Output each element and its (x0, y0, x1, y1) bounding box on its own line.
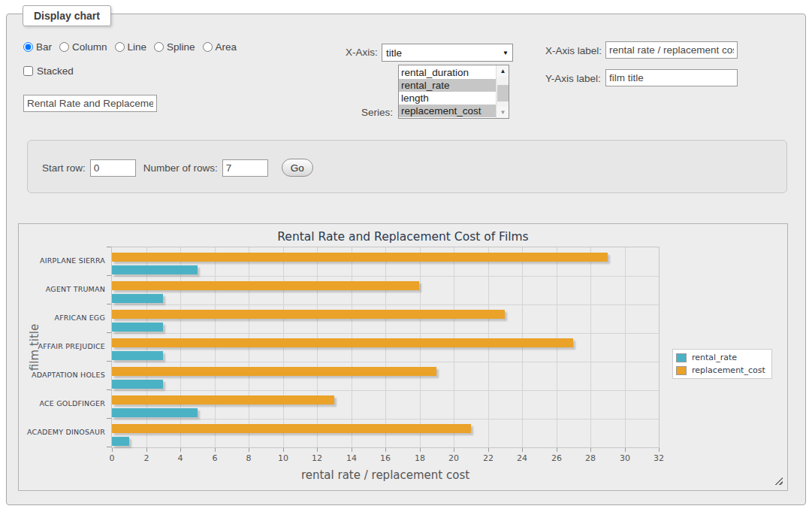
x-axis-tickmark (215, 448, 216, 452)
chart-type-option-column[interactable]: Column (59, 41, 107, 53)
legend-label: rental_rate (692, 353, 737, 362)
legend-label: replacement_cost (692, 365, 765, 375)
gridline-vertical (420, 247, 421, 447)
chart-type-radio-line[interactable] (115, 42, 125, 52)
x-axis-tickmark (557, 448, 557, 452)
x-axis-tick-label: 16 (380, 453, 391, 463)
go-button[interactable]: Go (282, 159, 313, 177)
y-axis-category-label: AFFAIR PREJUDICE (19, 332, 105, 361)
x-axis-selected-value: title (382, 47, 499, 59)
gridline-vertical (180, 247, 181, 447)
bar-replacement-cost (112, 310, 505, 319)
chart-title-input[interactable] (23, 95, 157, 112)
x-axis-tick-label: 24 (517, 453, 527, 463)
x-axis-tickmark (283, 448, 284, 452)
series-option-rental_rate[interactable]: rental_rate (399, 79, 496, 92)
num-rows-input[interactable] (222, 159, 268, 177)
num-rows-label: Number of rows: (143, 162, 218, 174)
chart-type-option-area[interactable]: Area (203, 41, 237, 53)
start-row-input[interactable] (90, 159, 136, 177)
legend-row: replacement_cost (675, 364, 767, 377)
x-axis-tickmark (625, 448, 626, 452)
y-axis-category-label: AFRICAN EGG (19, 304, 105, 332)
x-axis-tickmark (420, 448, 421, 452)
scrollbar-thumb[interactable] (497, 85, 509, 101)
chart-type-option-line[interactable]: Line (115, 41, 147, 53)
chart-type-radio-label: Spline (167, 41, 195, 53)
x-axis-tick-label: 20 (448, 453, 459, 463)
x-axis-tickmark (180, 448, 181, 452)
series-listbox[interactable]: rental_durationrental_ratelengthreplacem… (398, 65, 509, 119)
gridline-vertical (454, 247, 454, 447)
gridline-horizontal (112, 304, 659, 305)
chart-type-option-bar[interactable]: Bar (23, 41, 52, 53)
y-axis-tickmark (107, 361, 111, 362)
bar-rental-rate (112, 294, 163, 303)
x-axis-tickmark (590, 448, 591, 452)
series-options: rental_durationrental_ratelengthreplacem… (399, 66, 496, 117)
bar-replacement-cost (112, 281, 419, 290)
chart-type-radio-label: Area (216, 41, 237, 53)
legend-swatch-replacement_cost (676, 366, 687, 375)
y-axis-label-input[interactable] (605, 69, 738, 86)
dropdown-arrow-icon: ▼ (499, 50, 512, 56)
gridline-vertical (317, 247, 318, 447)
series-option-replacement_cost[interactable]: replacement_cost (399, 105, 496, 117)
legend-swatch-rental_rate (676, 353, 687, 362)
bar-replacement-cost (112, 424, 471, 433)
x-axis-select-label: X-Axis: (346, 47, 378, 58)
fieldset-legend: Display chart (23, 5, 111, 26)
gridline-vertical (249, 247, 249, 447)
chart-type-radio-spline[interactable] (154, 42, 164, 52)
series-option-rental_duration[interactable]: rental_duration (399, 66, 496, 79)
x-axis-label-input[interactable] (605, 41, 738, 59)
x-axis-tick-label: 28 (585, 453, 596, 463)
chart-type-radio-column[interactable] (59, 42, 69, 52)
resize-grip-icon[interactable] (774, 477, 783, 485)
y-axis-category-label: AGENT TRUMAN (19, 275, 105, 304)
scroll-down-icon[interactable]: ▼ (497, 107, 509, 118)
x-axis-tick-label: 14 (346, 453, 357, 463)
x-axis-tickmark (659, 448, 660, 452)
chart-type-radio-label: Column (72, 41, 107, 53)
rows-panel: Start row: Number of rows: Go (27, 140, 787, 193)
bar-replacement-cost (112, 367, 436, 376)
y-axis-tickmark (107, 389, 111, 390)
x-axis-tick-label: 30 (620, 453, 630, 463)
x-axis-tickmark (352, 448, 352, 452)
stacked-checkbox[interactable] (23, 66, 33, 76)
display-chart-fieldset: Display chart BarColumnLineSplineArea St… (6, 14, 806, 505)
y-axis-category-label: ACADEMY DINOSAUR (19, 418, 105, 447)
gridline-horizontal (112, 333, 659, 334)
chart-type-radio-label: Bar (36, 41, 52, 53)
x-axis-tickmark (249, 448, 249, 452)
x-axis-tickmark (385, 448, 386, 452)
y-axis-tickmark (107, 247, 111, 247)
x-axis-tickmark (522, 448, 523, 452)
gridline-vertical (146, 247, 147, 447)
chart-legend: rental_ratereplacement_cost (672, 349, 772, 379)
series-scrollbar[interactable]: ▲ ▼ (496, 65, 509, 118)
scroll-up-icon[interactable]: ▲ (497, 65, 509, 77)
gridline-vertical (215, 247, 216, 447)
chart-type-radio-area[interactable] (203, 42, 213, 52)
chart-type-radios: BarColumnLineSplineArea (23, 41, 244, 53)
series-label: Series: (361, 107, 393, 118)
x-axis-select[interactable]: title ▼ (382, 44, 513, 62)
bar-rental-rate (112, 408, 198, 417)
bar-rental-rate (112, 380, 163, 389)
gridline-horizontal (112, 276, 659, 277)
x-axis-title: rental rate / replacement cost (111, 468, 660, 482)
chart-type-option-spline[interactable]: Spline (154, 41, 195, 53)
x-axis-tick-label: 4 (178, 453, 183, 463)
chart-type-radio-bar[interactable] (23, 42, 33, 52)
x-axis-label-caption: X-Axis label: (545, 45, 602, 56)
gridline-vertical (283, 247, 284, 447)
stacked-checkbox-row[interactable]: Stacked (23, 65, 74, 77)
y-axis-tickmark (107, 332, 111, 333)
chart-title: Rental Rate and Replacement Cost of Film… (19, 230, 787, 244)
x-axis-tick-label: 18 (415, 453, 425, 463)
y-axis-category-label: ACE GOLDFINGER (19, 389, 105, 418)
series-option-length[interactable]: length (399, 92, 496, 105)
y-axis-tickmark (107, 418, 111, 419)
